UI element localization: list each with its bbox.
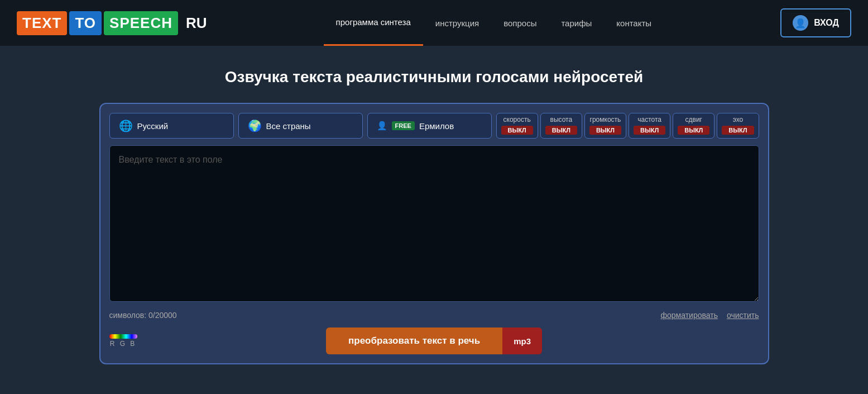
mp3-button[interactable]: mp3 (502, 327, 542, 354)
effect-echo[interactable]: эхо ВЫКЛ (717, 113, 759, 139)
logo-text-word: TEXT (17, 11, 67, 35)
logo: TEXT TO SPEECH RU (17, 11, 207, 35)
user-icon: 👤 (793, 15, 808, 31)
logo-speech-word: SPEECH (104, 11, 178, 35)
flag-icon: 🌍 (248, 119, 262, 132)
globe-icon: 🌐 (119, 119, 133, 132)
effect-volume-status: ВЫКЛ (589, 126, 621, 135)
voice-name: Ермилов (419, 121, 454, 131)
hero-section: Озвучка текста реалистичными голосами не… (0, 46, 868, 97)
format-link[interactable]: форматировать (661, 311, 718, 320)
effects-panel: скорость ВЫКЛ высота ВЫКЛ громкость ВЫКЛ… (496, 113, 759, 139)
country-selector[interactable]: 🌍 Все страны (238, 113, 363, 139)
controls-row: 🌐 Русский 🌍 Все страны 👤 FREE Ермилов ск… (109, 113, 759, 139)
nav-item-questions[interactable]: вопросы (491, 0, 549, 46)
effect-frequency-status: ВЫКЛ (634, 126, 665, 135)
main-nav: программа синтеза инструкция вопросы тар… (324, 0, 664, 46)
language-selector[interactable]: 🌐 Русский (109, 113, 234, 139)
footer-row: символов: 0/20000 форматировать очистить (109, 308, 759, 322)
action-row: R G B преобразовать текст в речь mp3 (109, 327, 759, 354)
effect-shift-label: сдвиг (685, 116, 702, 124)
effect-pitch[interactable]: высота ВЫКЛ (540, 113, 582, 139)
effect-shift-status: ВЫКЛ (678, 126, 709, 135)
effect-speed[interactable]: скорость ВЫКЛ (496, 113, 538, 139)
convert-button[interactable]: преобразовать текст в речь (326, 327, 502, 354)
effect-echo-label: эхо (733, 116, 744, 124)
text-area-wrapper (109, 145, 759, 304)
rgb-bar (109, 334, 137, 339)
voice-selector[interactable]: 👤 FREE Ермилов (367, 113, 492, 139)
effect-echo-status: ВЫКЛ (722, 126, 754, 135)
clear-link[interactable]: очистить (727, 311, 759, 320)
convert-btn-wrap: преобразовать текст в речь mp3 (326, 327, 542, 354)
rgb-indicator: R G B (109, 334, 137, 348)
login-label: ВХОД (814, 18, 839, 28)
free-badge: FREE (392, 121, 415, 130)
effect-speed-status: ВЫКЛ (501, 126, 533, 135)
header: TEXT TO SPEECH RU программа синтеза инст… (0, 0, 868, 46)
effect-pitch-label: высота (550, 116, 573, 124)
format-actions: форматировать очистить (661, 311, 759, 320)
nav-item-synthesis[interactable]: программа синтеза (324, 0, 423, 46)
effect-shift[interactable]: сдвиг ВЫКЛ (673, 113, 714, 139)
effect-volume[interactable]: громкость ВЫКЛ (584, 113, 626, 139)
rgb-label: R G B (110, 340, 137, 348)
logo-ru: RU (186, 15, 207, 32)
nav-item-contacts[interactable]: контакты (604, 0, 664, 46)
effect-pitch-status: ВЫКЛ (545, 126, 577, 135)
nav-item-instruction[interactable]: инструкция (423, 0, 491, 46)
login-button[interactable]: 👤 ВХОД (780, 8, 851, 37)
country-label: Все страны (266, 121, 311, 131)
language-label: Русский (137, 121, 169, 131)
person-icon: 👤 (377, 121, 387, 131)
effect-frequency[interactable]: частота ВЫКЛ (629, 113, 670, 139)
effect-volume-label: громкость (590, 116, 621, 124)
text-input[interactable] (109, 145, 759, 302)
logo-area: TEXT TO SPEECH RU (17, 11, 207, 35)
hero-title: Озвучка текста реалистичными голосами не… (11, 68, 857, 86)
char-count: символов: 0/20000 (109, 311, 177, 320)
main-panel: 🌐 Русский 🌍 Все страны 👤 FREE Ермилов ск… (99, 103, 769, 364)
nav-item-tariffs[interactable]: тарифы (549, 0, 604, 46)
logo-to-word: TO (69, 11, 102, 35)
effect-frequency-label: частота (637, 116, 661, 124)
effect-speed-label: скорость (503, 116, 531, 124)
